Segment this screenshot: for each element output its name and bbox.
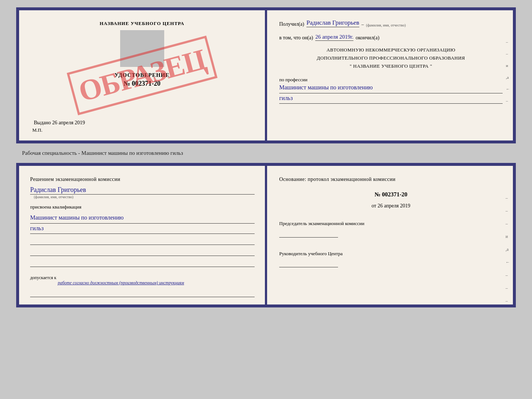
received-prefix: Получил(а): [279, 21, 304, 27]
mark1: –: [506, 40, 510, 44]
director-signature-line: [279, 260, 338, 267]
bmark7: –: [506, 272, 510, 278]
between-label: Рабочая специальность - Машинист машины …: [22, 150, 183, 156]
chairman-signature-line: [279, 230, 338, 238]
qualification-name: Машинист машины по изготовлению: [30, 213, 255, 224]
received-name: Радислав Григорьев: [306, 19, 359, 27]
profession-label: по профессии: [279, 77, 503, 83]
bmark1: –: [506, 195, 510, 201]
org-line3: " НАЗВАНИЕ УЧЕБНОГО ЦЕНТРА ": [279, 62, 503, 70]
protocol-date-prefix: от: [371, 203, 376, 209]
top-doc-right-panel: Получил(а) Радислав Григорьев – (фамилия…: [266, 10, 513, 140]
director-label: Руководитель учебного Центра: [279, 250, 503, 257]
person-name: Радислав Григорьев: [30, 186, 255, 195]
cert-number: № 002371-20: [123, 80, 161, 88]
bmark3: –: [506, 221, 510, 227]
mark5: ←: [506, 87, 510, 91]
date-prefix: в том, что он(а): [279, 35, 313, 41]
basis-text: Основание: протокол экзаменационной коми…: [279, 175, 503, 183]
name-note: (фамилия, имя, отчество): [366, 23, 406, 27]
cert-logo: [120, 30, 164, 67]
mark4: ,а: [506, 75, 510, 79]
qualification-section: Машинист машины по изготовлению гильз: [30, 213, 255, 234]
underline1: [30, 238, 255, 245]
profession-name2: гильз: [279, 93, 503, 104]
right-side-marks: – – и ,а ← –: [506, 40, 510, 103]
decision-text: Решением экзаменационной комиссии: [30, 175, 255, 183]
bottom-document: Решением экзаменационной комиссии Радисл…: [16, 163, 516, 307]
profession-name: Машинист машины по изготовлению: [279, 83, 503, 93]
protocol-date-value: 26 апреля 2019: [378, 203, 410, 209]
org-line1: АВТОНОМНУЮ НЕКОММЕРЧЕСКУЮ ОРГАНИЗАЦИЮ: [279, 46, 503, 54]
top-doc-left-panel: НАЗВАНИЕ УЧЕБНОГО ЦЕНТРА УДОСТОВЕРЕНИЕ №…: [19, 10, 266, 140]
protocol-date: от 26 апреля 2019: [279, 203, 503, 209]
person-name-section: Радислав Григорьев (фамилия, имя, отчест…: [30, 186, 255, 199]
bottom-doc-right-panel: Основание: протокол экзаменационной коми…: [266, 166, 513, 304]
cert-label: УДОСТОВЕРЕНИЕ: [115, 72, 170, 78]
protocol-number: № 002371-20: [279, 191, 503, 198]
mark2: –: [506, 51, 510, 56]
bmark9: –: [506, 298, 510, 304]
bmark6: ←: [506, 260, 510, 265]
bmark5: ,а: [506, 247, 510, 252]
profession-section: по профессии Машинист машины по изготовл…: [279, 75, 503, 104]
allow-text: работе согласно должностным (производств…: [58, 279, 184, 286]
qualification-label: присвоена квалификация: [30, 204, 255, 210]
received-line: Получил(а) Радислав Григорьев – (фамилия…: [279, 19, 503, 27]
mp-label: М.П.: [32, 127, 42, 133]
allow-prefix: допускается к: [30, 275, 56, 286]
chairman-block: Председатель экзаменационной комиссии: [279, 220, 503, 238]
bmark2: –: [506, 208, 510, 214]
right-side-marks-bottom: – – – и ,а ← – – –: [506, 195, 510, 304]
director-block: Руководитель учебного Центра: [279, 250, 503, 268]
org-line2: ДОПОЛНИТЕЛЬНОГО ПРОФЕССИОНАЛЬНОГО ОБРАЗО…: [279, 54, 503, 62]
date-value: 26 апреля 2019г.: [315, 34, 353, 41]
chairman-label: Председатель экзаменационной комиссии: [279, 220, 503, 227]
date-suffix: окончил(а): [356, 35, 380, 41]
issued-label: Выдано: [34, 120, 51, 125]
mark6: –: [506, 99, 510, 103]
issued-date: Выдано 26 апреля 2019: [34, 120, 85, 126]
date-line: в том, что он(а) 26 апреля 2019г. окончи…: [279, 34, 503, 41]
cert-center-name: НАЗВАНИЕ УЧЕБНОГО ЦЕНТРА: [100, 21, 184, 26]
bmark4: и: [506, 234, 510, 239]
bottom-doc-left-panel: Решением экзаменационной комиссии Радисл…: [19, 166, 266, 304]
org-block: АВТОНОМНУЮ НЕКОММЕРЧЕСКУЮ ОРГАНИЗАЦИЮ ДО…: [279, 46, 503, 70]
mark3: и: [506, 63, 510, 68]
qualification-name2: гильз: [30, 224, 255, 234]
issued-date-value: 26 апреля 2019: [52, 120, 85, 125]
bmark8: –: [506, 285, 510, 291]
top-document: НАЗВАНИЕ УЧЕБНОГО ЦЕНТРА УДОСТОВЕРЕНИЕ №…: [16, 7, 516, 143]
underline3: [30, 260, 255, 267]
underline2: [30, 249, 255, 256]
underline4: [30, 291, 255, 297]
allow-section: допускается к работе согласно должностны…: [30, 275, 255, 286]
person-name-note: (фамилия, имя, отчество): [34, 195, 255, 199]
